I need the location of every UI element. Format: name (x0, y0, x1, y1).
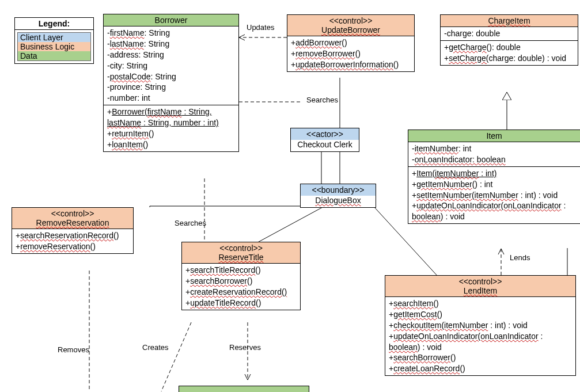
actor-name: Checkout Clerk (291, 140, 359, 151)
legend-data: Data (18, 51, 90, 60)
class-remove-reservation: <<control>> RemoveReservation +searchRes… (12, 207, 134, 254)
legend-business: Business Logic (18, 42, 90, 51)
label-searches-1: Searches (306, 96, 338, 104)
dialogue-stereo: <<boundary>> (301, 184, 376, 196)
item-ops: +Item(itemNumber : int) +getItemNumber()… (408, 167, 580, 223)
charge-item-attrs: -charge: double (441, 27, 578, 41)
lend-item-title: <<control>> LendItem (385, 276, 575, 297)
reserve-title-title: <<control>> ReserveTitle (182, 242, 300, 264)
item-title: Item (408, 130, 580, 142)
svg-line-10 (161, 322, 191, 391)
actor-stereo: <<actor>> (291, 128, 359, 140)
class-item: Item -itemNumber: int -onLoanIndicator: … (408, 130, 580, 224)
remove-reservation-ops: +searchReservationRecord() +removeReserv… (12, 229, 133, 253)
actor-checkout-clerk: <<actor>> Checkout Clerk (290, 128, 359, 152)
label-updates: Updates (247, 23, 274, 32)
borrower-title: Borrower (104, 14, 238, 26)
class-update-borrower: <<control>> UpdateBorrower +addBorrower(… (287, 14, 415, 72)
legend-title: Legend: (15, 18, 93, 30)
legend-client: Client Layer (18, 33, 90, 42)
label-creates: Creates (142, 343, 169, 352)
reserve-title-ops: +searchTitleRecord() +searchBorrower() +… (182, 264, 300, 310)
class-lend-item: <<control>> LendItem +searchItem() +getI… (385, 275, 576, 376)
charge-item-ops: +getCharge(): double +setCharge(charge: … (441, 41, 578, 65)
borrower-attrs: -firstName: String -lastName: String -ad… (104, 26, 238, 105)
class-title-record-stub (179, 386, 309, 392)
item-attrs: -itemNumber: int -onLoanIndicator: boole… (408, 142, 580, 167)
remove-reservation-title: <<control>> RemoveReservation (12, 208, 133, 229)
label-lends: Lends (510, 253, 530, 262)
class-reserve-title: <<control>> ReserveTitle +searchTitleRec… (181, 242, 301, 310)
update-borrower-title: <<control>> UpdateBorrower (287, 15, 414, 36)
class-charge-item: ChargeItem -charge: double +getCharge():… (440, 14, 578, 66)
legend-box: Legend: Client Layer Business Logic Data (14, 17, 94, 64)
update-borrower-ops: +addBorrower() +removeBorrower() +update… (287, 36, 414, 71)
charge-item-title: ChargeItem (441, 15, 578, 27)
borrower-ops: +Borrower(firstName : String, lastName :… (104, 105, 238, 151)
class-dialogue-box: <<boundary>> DialogueBox (300, 184, 376, 208)
label-removes: Removes (58, 345, 89, 354)
class-borrower: Borrower -firstName: String -lastName: S… (103, 14, 239, 152)
label-reserves: Reserves (229, 343, 261, 352)
lend-item-ops: +searchItem() +getItemCost() +checkoutIt… (385, 297, 575, 375)
dialogue-name: DialogueBox (301, 196, 376, 207)
label-searches-2: Searches (175, 219, 206, 227)
